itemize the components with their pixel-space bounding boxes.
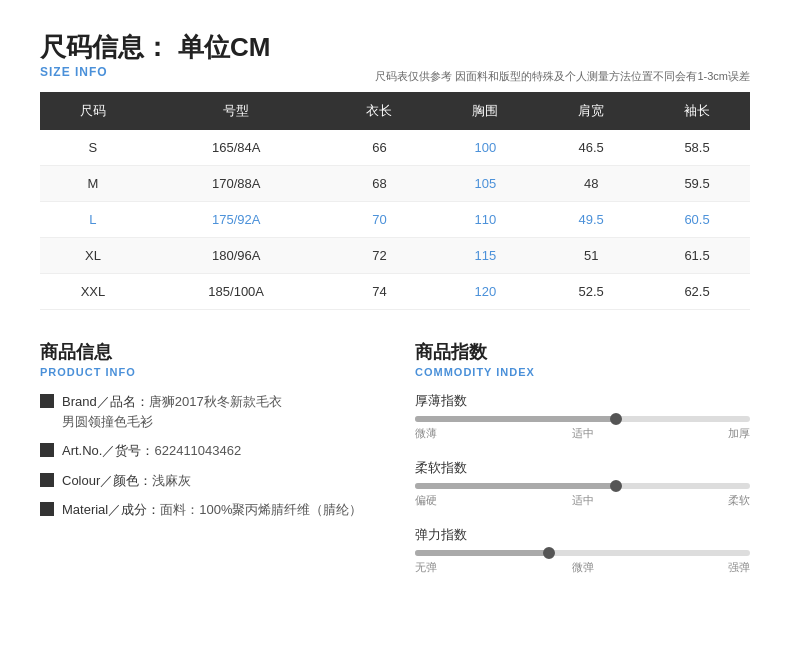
commodity-index-section: 商品指数 COMMODITY INDEX 厚薄指数微薄适中加厚柔软指数偏硬适中柔… <box>395 340 750 593</box>
table-row: L175/92A7011049.560.5 <box>40 202 750 238</box>
slider-track[interactable] <box>415 550 750 556</box>
info-value: 浅麻灰 <box>152 473 191 488</box>
slider-fill <box>415 483 616 489</box>
commodity-index-title-en: COMMODITY INDEX <box>415 366 750 378</box>
col-sleeve: 袖长 <box>644 92 750 130</box>
product-info-item: Art.No.／货号：622411043462 <box>40 441 375 461</box>
commodity-index-title-cn: 商品指数 <box>415 340 750 364</box>
table-cell: 72 <box>327 238 433 274</box>
info-label: Material／成分： <box>62 502 160 517</box>
table-cell: XXL <box>40 274 146 310</box>
table-cell: 74 <box>327 274 433 310</box>
table-cell: 120 <box>432 274 538 310</box>
product-info-item: Material／成分：面料：100%聚丙烯腈纤维（腈纶） <box>40 500 375 520</box>
table-cell: 52.5 <box>538 274 644 310</box>
slider-label-text: 加厚 <box>728 426 750 441</box>
slider-track[interactable] <box>415 416 750 422</box>
index-label: 柔软指数 <box>415 459 750 477</box>
table-cell: 105 <box>432 166 538 202</box>
table-cell: 46.5 <box>538 130 644 166</box>
slider-label-text: 偏硬 <box>415 493 437 508</box>
table-cell: 62.5 <box>644 274 750 310</box>
table-cell: S <box>40 130 146 166</box>
table-cell: 66 <box>327 130 433 166</box>
index-label: 弹力指数 <box>415 526 750 544</box>
table-cell: 180/96A <box>146 238 327 274</box>
main-title: 尺码信息： 单位CM <box>40 30 750 65</box>
product-items-list: Brand／品名：唐狮2017秋冬新款毛衣 男圆领撞色毛衫Art.No.／货号：… <box>40 392 375 520</box>
product-info-title-en: PRODUCT INFO <box>40 366 375 378</box>
slider-label-text: 适中 <box>572 426 594 441</box>
title-unit: 单位CM <box>178 30 270 65</box>
index-items-list: 厚薄指数微薄适中加厚柔软指数偏硬适中柔软弹力指数无弹微弹强弹 <box>415 392 750 575</box>
table-cell: 60.5 <box>644 202 750 238</box>
table-cell: 70 <box>327 202 433 238</box>
table-header-row: 尺码 号型 衣长 胸围 肩宽 袖长 <box>40 92 750 130</box>
table-cell: 68 <box>327 166 433 202</box>
size-table: 尺码 号型 衣长 胸围 肩宽 袖长 S165/84A6610046.558.5M… <box>40 92 750 310</box>
slider-track[interactable] <box>415 483 750 489</box>
table-cell: 61.5 <box>644 238 750 274</box>
product-info-item: Brand／品名：唐狮2017秋冬新款毛衣 男圆领撞色毛衫 <box>40 392 375 431</box>
index-item: 弹力指数无弹微弹强弹 <box>415 526 750 575</box>
col-model: 号型 <box>146 92 327 130</box>
table-cell: 59.5 <box>644 166 750 202</box>
bullet-icon <box>40 502 54 516</box>
slider-dot <box>543 547 555 559</box>
slider-label-text: 柔软 <box>728 493 750 508</box>
info-text: Brand／品名：唐狮2017秋冬新款毛衣 男圆领撞色毛衫 <box>62 392 282 431</box>
slider-labels: 无弹微弹强弹 <box>415 560 750 575</box>
table-row: S165/84A6610046.558.5 <box>40 130 750 166</box>
col-length: 衣长 <box>327 92 433 130</box>
info-label: Art.No.／货号： <box>62 443 154 458</box>
slider-label-text: 适中 <box>572 493 594 508</box>
table-cell: 110 <box>432 202 538 238</box>
slider-fill <box>415 416 616 422</box>
info-text: Art.No.／货号：622411043462 <box>62 441 241 461</box>
table-cell: 48 <box>538 166 644 202</box>
table-row: XL180/96A721155161.5 <box>40 238 750 274</box>
table-cell: XL <box>40 238 146 274</box>
main-container: 尺码信息： 单位CM SIZE INFO 尺码表仅供参考 因面料和版型的特殊及个… <box>0 0 790 652</box>
info-text: Colour／颜色：浅麻灰 <box>62 471 191 491</box>
info-label: Colour／颜色： <box>62 473 152 488</box>
info-value: 622411043462 <box>154 443 241 458</box>
table-cell: M <box>40 166 146 202</box>
table-cell: 100 <box>432 130 538 166</box>
size-note: 尺码表仅供参考 因面料和版型的特殊及个人测量方法位置不同会有1-3cm误差 <box>40 69 750 84</box>
bullet-icon <box>40 473 54 487</box>
table-cell: 58.5 <box>644 130 750 166</box>
table-cell: 175/92A <box>146 202 327 238</box>
index-label: 厚薄指数 <box>415 392 750 410</box>
table-cell: 115 <box>432 238 538 274</box>
table-row: XXL185/100A7412052.562.5 <box>40 274 750 310</box>
table-row: M170/88A681054859.5 <box>40 166 750 202</box>
slider-label-text: 无弹 <box>415 560 437 575</box>
slider-label-text: 微弹 <box>572 560 594 575</box>
slider-dot <box>610 480 622 492</box>
product-info-section: 商品信息 PRODUCT INFO Brand／品名：唐狮2017秋冬新款毛衣 … <box>40 340 395 593</box>
slider-label-text: 强弹 <box>728 560 750 575</box>
slider-dot <box>610 413 622 425</box>
bottom-section: 商品信息 PRODUCT INFO Brand／品名：唐狮2017秋冬新款毛衣 … <box>40 340 750 593</box>
title-section: 尺码信息： 单位CM SIZE INFO 尺码表仅供参考 因面料和版型的特殊及个… <box>40 30 750 84</box>
info-text: Material／成分：面料：100%聚丙烯腈纤维（腈纶） <box>62 500 363 520</box>
table-cell: 170/88A <box>146 166 327 202</box>
info-value: 面料：100%聚丙烯腈纤维（腈纶） <box>160 502 362 517</box>
table-cell: 49.5 <box>538 202 644 238</box>
table-cell: 185/100A <box>146 274 327 310</box>
bullet-icon <box>40 443 54 457</box>
index-item: 厚薄指数微薄适中加厚 <box>415 392 750 441</box>
col-shoulder: 肩宽 <box>538 92 644 130</box>
bullet-icon <box>40 394 54 408</box>
table-cell: 51 <box>538 238 644 274</box>
col-size: 尺码 <box>40 92 146 130</box>
table-body: S165/84A6610046.558.5M170/88A681054859.5… <box>40 130 750 310</box>
col-chest: 胸围 <box>432 92 538 130</box>
index-item: 柔软指数偏硬适中柔软 <box>415 459 750 508</box>
slider-label-text: 微薄 <box>415 426 437 441</box>
info-label: Brand／品名： <box>62 394 149 409</box>
slider-labels: 微薄适中加厚 <box>415 426 750 441</box>
slider-labels: 偏硬适中柔软 <box>415 493 750 508</box>
table-cell: 165/84A <box>146 130 327 166</box>
